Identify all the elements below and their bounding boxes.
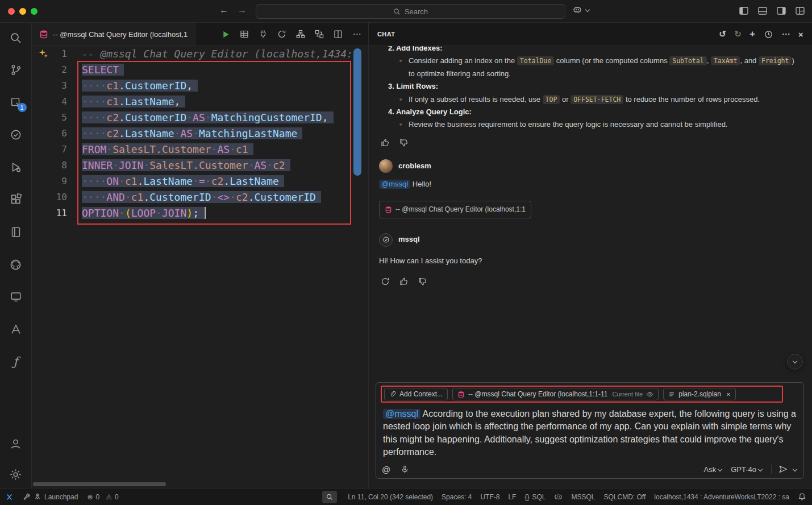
zoom-control[interactable] [322,491,337,503]
inline-code: TOP [543,95,560,104]
navigate-forward-icon[interactable]: → [238,5,247,15]
code-line[interactable]: 2SELECT [32,62,368,78]
code-line[interactable]: 5····c2.CustomerID·AS·MatchingCustomerID… [32,110,368,126]
maximize-window-button[interactable] [31,8,38,15]
code-editor[interactable]: 1-- @mssql Chat Query Editor (localhost,… [32,46,368,488]
eye-icon[interactable] [646,391,653,398]
thumbs-up-icon[interactable] [399,276,409,287]
toggle-panel-icon[interactable] [757,6,768,16]
code-line[interactable]: 6····c2.LastName·AS·MatchingLastName [32,126,368,142]
thumbs-up-icon[interactable] [380,138,390,148]
list-bullet: ◦Consider adding an index on the TotalDu… [379,55,802,80]
code-line[interactable]: 11OPTION·(LOOP·JOIN); [32,205,368,221]
code-line[interactable]: 3····c1.CustomerID, [32,78,368,94]
scroll-to-bottom-button[interactable] [787,354,803,370]
mention-chip[interactable]: @mssql [383,409,420,419]
chat-history-icon[interactable] [763,29,773,39]
close-panel-icon[interactable]: × [798,30,803,39]
undo-icon[interactable]: ↺ [719,29,726,39]
new-chat-icon[interactable]: + [749,28,755,40]
eol-item[interactable]: LF [508,493,516,501]
search-icon[interactable] [9,31,23,44]
source-control-icon[interactable] [9,63,23,77]
testing-icon[interactable] [9,128,23,142]
errors-count: 0 [95,493,99,501]
customize-layout-icon[interactable] [795,6,805,16]
workspace-icon[interactable]: 1 [9,96,23,109]
copilot-sparkle-icon[interactable] [39,49,48,59]
schema-designer-button[interactable] [295,28,306,40]
extensions-icon[interactable] [9,193,23,206]
close-window-button[interactable] [8,8,15,15]
encoding-item[interactable]: UTF-8 [480,493,499,501]
github-icon[interactable] [9,258,23,271]
minimize-window-button[interactable] [19,8,26,15]
add-context-label: Add Context... [399,390,443,398]
results-grid-button[interactable] [239,28,250,40]
chat-input-text[interactable]: @mssql According to the execution plan s… [381,403,799,459]
chat-input-toolbar: @ Ask GPT-4o [382,464,797,474]
code-line[interactable]: 4····c1.LastName, [32,94,368,110]
context-file-chip[interactable]: -- @mssql Chat Query Editor (localhost,1… [452,388,659,400]
sqlcmd-item[interactable]: SQLCMD: Off [604,493,646,501]
code-line[interactable]: 9····ON·c1.LastName·=·c2.LastName [32,173,368,189]
copilot-status-icon[interactable] [554,492,563,501]
notifications-bell-icon[interactable] [798,492,806,501]
toggle-secondary-sidebar-icon[interactable] [776,6,786,16]
code-line[interactable]: 1-- @mssql Chat Query Editor (localhost,… [32,46,368,62]
editor-overview-scrollbar[interactable] [353,48,361,176]
attachment-label: -- @mssql Chat Query Editor (localhost,1… [395,203,526,216]
cursor-position-item[interactable]: Ln 11, Col 20 (342 selected) [348,493,433,501]
model-selector[interactable]: GPT-4o [731,465,762,474]
problems-item[interactable]: ⊗ 0 ⚠ 0 [87,493,118,501]
remote-explorer-icon[interactable] [9,290,23,304]
chat-input-box[interactable]: Add Context... -- @mssql Chat Query Edit… [376,382,804,479]
mention-chip[interactable]: @mssql [379,180,410,189]
disconnect-plug-button[interactable] [257,28,269,40]
chat-messages[interactable]: 2. Add Indexes:◦Consider adding an index… [369,46,812,382]
toggle-primary-sidebar-icon[interactable] [739,6,749,16]
message-attachment-chip[interactable]: -- @mssql Chat Query Editor (localhost,1… [379,201,531,218]
settings-gear-icon[interactable] [9,467,23,481]
editor-tab[interactable]: -- @mssql Chat Query Editor (localhost,1 [32,23,195,45]
notebook-icon[interactable] [9,225,23,239]
schema-compare-button[interactable] [314,28,325,40]
connection-item[interactable]: localhost,1434 : AdventureWorksLT2022 : … [654,493,789,501]
search-icon [393,8,401,15]
more-actions-button[interactable]: ⋯ [351,28,363,40]
navigate-back-icon[interactable]: ← [219,5,228,15]
run-query-button[interactable] [220,28,231,40]
database-projects-icon[interactable]: ƒ [9,355,23,369]
thumbs-down-icon[interactable] [418,276,428,287]
indentation-item[interactable]: Spaces: 4 [442,493,472,501]
azure-icon[interactable] [9,322,23,336]
add-context-button[interactable]: Add Context... [384,388,448,400]
copilot-menu-button[interactable] [573,5,589,14]
titlebar: ← → Search [0,0,812,23]
split-editor-button[interactable] [332,28,344,40]
more-actions-icon[interactable]: ⋯ [781,29,790,39]
remote-indicator[interactable] [5,492,14,502]
thumbs-down-icon[interactable] [399,138,409,148]
code-line[interactable]: 8INNER·JOIN·SalesLT.Customer·AS·c2 [32,158,368,173]
accounts-icon[interactable] [9,437,23,450]
redo-icon[interactable]: ↻ [734,29,742,39]
language-item[interactable]: {} SQL [524,493,546,501]
microphone-icon[interactable] [399,464,410,474]
send-button[interactable] [771,465,797,474]
launchpad-item[interactable]: Launchpad [23,493,78,501]
remove-context-icon[interactable]: × [726,390,731,399]
list-item: 2. Add Indexes:◦Consider adding an index… [379,46,802,80]
command-center-search[interactable]: Search [256,4,565,19]
editor-horizontal-scrollbar[interactable] [33,482,166,486]
run-debug-icon[interactable] [9,160,23,174]
warnings-icon: ⚠ [106,493,112,501]
code-line[interactable]: 10····AND·c1.CustomerID·<>·c2.CustomerID [32,189,368,205]
context-plan-chip[interactable]: plan-2.sqlplan × [663,388,735,400]
mention-icon[interactable]: @ [382,465,390,474]
mssql-item[interactable]: MSSQL [571,493,595,501]
mode-selector[interactable]: Ask [704,465,722,474]
code-line[interactable]: 7FROM·SalesLT.Customer·AS·c1 [32,142,368,158]
change-connection-button[interactable] [276,28,288,40]
regenerate-icon[interactable] [380,276,390,287]
